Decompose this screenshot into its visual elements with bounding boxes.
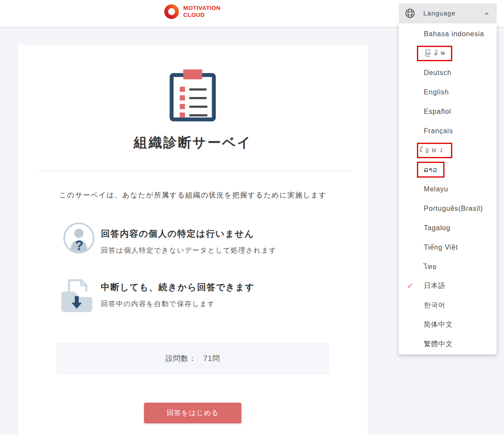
logo-text: MOTIVATION CLOUD xyxy=(183,5,221,19)
logo-ring-icon xyxy=(164,4,179,19)
menu-item-traditional-chinese[interactable]: 繁體中文 xyxy=(399,335,497,354)
clipboard-survey-icon xyxy=(168,69,218,122)
menu-item-korean[interactable]: 한국어 xyxy=(399,296,497,315)
auto-save-icon xyxy=(59,276,95,312)
feature-title: 回答内容の個人の特定は行いません xyxy=(101,228,277,240)
menu-item-japanese-selected[interactable]: ✓ 日本語 xyxy=(399,276,497,296)
language-selector-button[interactable]: Language xyxy=(399,3,497,23)
question-count-box: 設問数： 71問 xyxy=(56,343,329,374)
menu-item-english[interactable]: English xyxy=(399,82,497,102)
menu-item-melayu[interactable]: Melayu xyxy=(399,179,497,199)
start-survey-button[interactable]: 回答をはじめる xyxy=(144,403,241,423)
motivation-cloud-logo: MOTIVATION CLOUD xyxy=(164,4,221,19)
menu-item-portugues-brasil[interactable]: Português(Brasil) xyxy=(399,199,497,218)
feature-subtitle: 回答中の内容を自動で保存します xyxy=(101,300,255,309)
page-title: 組織診断サーベイ xyxy=(18,134,368,152)
feature-resume: 中断しても、続きから回答できます 回答中の内容を自動で保存します xyxy=(101,281,255,309)
menu-item-thai[interactable]: ไทย xyxy=(399,257,497,276)
survey-description: このサーベイは、あなたが所属する組織の状況を把握するために実施します xyxy=(18,191,368,200)
question-count-label: 設問数： xyxy=(166,354,197,363)
svg-text:?: ? xyxy=(75,238,83,253)
menu-item-tagalog[interactable]: Tagalog xyxy=(399,218,497,238)
title-divider xyxy=(39,171,350,171)
language-dropdown-menu: Bahasa indonesia မြန်မာ Deutsch English … xyxy=(399,24,497,354)
menu-item-lao[interactable]: ລາວ xyxy=(399,160,497,179)
menu-item-bahasa-indonesia[interactable]: Bahasa indonesia xyxy=(399,24,497,44)
menu-item-simplified-chinese[interactable]: 简体中文 xyxy=(399,315,497,335)
menu-item-espanol[interactable]: Español xyxy=(399,102,497,121)
language-selector-label: Language xyxy=(423,9,456,17)
chevron-up-icon xyxy=(485,12,489,15)
globe-icon xyxy=(404,8,416,19)
feature-subtitle: 回答は個人特定できないデータとして処理されます xyxy=(101,246,277,255)
anonymous-person-icon: ? xyxy=(63,222,95,254)
menu-item-deutsch[interactable]: Deutsch xyxy=(399,63,497,82)
app-header: MOTIVATION CLOUD Language xyxy=(0,0,504,27)
menu-item-khmer[interactable]: ខ្មែរ xyxy=(399,141,497,160)
feature-title: 中断しても、続きから回答できます xyxy=(101,281,255,293)
question-count-value: 71問 xyxy=(203,354,220,363)
survey-intro-card: 組織診断サーベイ このサーベイは、あなたが所属する組織の状況を把握するために実施… xyxy=(18,45,368,435)
menu-item-tieng-viet[interactable]: Tiếng Việt xyxy=(399,238,497,257)
menu-item-francais[interactable]: Français xyxy=(399,121,497,141)
checkmark-icon: ✓ xyxy=(407,281,414,291)
menu-item-burmese[interactable]: မြန်မာ xyxy=(399,44,497,63)
feature-anonymity: 回答内容の個人の特定は行いません 回答は個人特定できないデータとして処理されます xyxy=(101,228,277,255)
